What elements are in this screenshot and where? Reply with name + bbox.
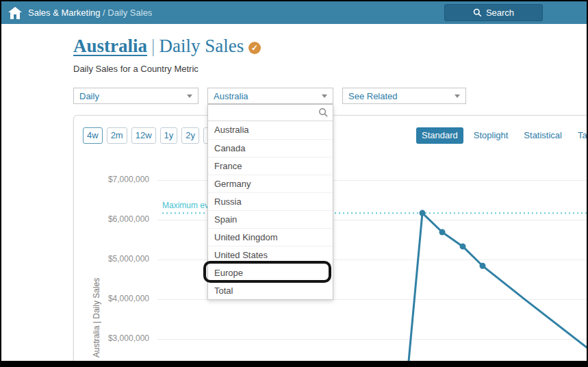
dropdown-option[interactable]: Europe [208,264,333,281]
range-button-2m[interactable]: 2m [107,127,127,144]
range-button-12w[interactable]: 12w [131,127,156,144]
dropdown-option[interactable]: France [208,157,333,175]
y-axis-tick-label: $7,000,000 [82,175,149,184]
dimension-select[interactable]: Australia [207,88,333,104]
dropdown-search-row [208,105,333,121]
data-point-marker [420,210,426,216]
breadcrumb-folder[interactable]: Sales & Marketing [28,8,101,18]
see-related-select[interactable]: See Related [342,88,466,104]
chevron-down-icon [187,94,192,98]
dimension-select-value: Australia [214,91,248,101]
measure-select[interactable]: Daily [73,88,199,104]
top-navigation-bar: Sales & Marketing / Daily Sales Search [1,1,587,24]
chevron-down-icon [455,94,460,98]
data-point-marker [480,263,486,269]
view-tabs: StandardStoplightStatisticalTarget [416,127,588,144]
y-axis-tick-label: $5,000,000 [82,254,149,264]
search-button[interactable]: Search [444,4,543,21]
breadcrumb-separator: / [101,8,108,18]
dimension-dropdown: AustraliaCanadaFranceGermanyRussiaSpainU… [207,104,333,300]
range-button-1y[interactable]: 1y [160,127,178,144]
dropdown-search-input[interactable] [212,106,318,120]
see-related-select-value: See Related [348,91,398,101]
magnifier-icon [318,107,329,118]
tab-statistical[interactable]: Statistical [518,127,567,144]
y-axis-title: Australia | Daily Sales [92,278,101,358]
data-point-marker [460,243,466,249]
magnifier-icon [473,8,482,17]
dropdown-option[interactable]: United Kingdom [208,228,333,246]
breadcrumb-current: Daily Sales [107,8,152,18]
tab-standard[interactable]: Standard [416,127,463,144]
y-axis-tick-label: $6,000,000 [82,214,149,224]
search-button-label: Search [486,8,514,18]
series-line [408,213,588,367]
measure-select-value: Daily [79,91,99,101]
dropdown-option[interactable]: Germany [208,175,333,192]
data-point-marker [439,229,446,236]
dropdown-option[interactable]: Total [208,281,333,299]
dropdown-option[interactable]: Canada [208,139,333,157]
breadcrumb: Sales & Marketing / Daily Sales [28,8,152,18]
time-range-buttons: 4w2m12w1y2y [83,127,221,144]
tab-stoplight[interactable]: Stoplight [468,127,514,144]
dropdown-option-list: AustraliaCanadaFranceGermanyRussiaSpainU… [208,121,333,299]
tab-target[interactable]: Target [572,127,588,144]
dropdown-option[interactable]: Spain [208,210,333,228]
range-button-2y[interactable]: 2y [181,127,199,144]
dropdown-option[interactable]: Australia [208,121,333,139]
home-icon[interactable] [8,6,23,20]
chevron-down-icon [322,94,327,98]
dropdown-option[interactable]: United States [208,246,333,264]
dropdown-option[interactable]: Russia [208,192,333,210]
range-button-4w[interactable]: 4w [83,127,103,144]
maximum-line-label: Maximum ev [162,201,209,210]
